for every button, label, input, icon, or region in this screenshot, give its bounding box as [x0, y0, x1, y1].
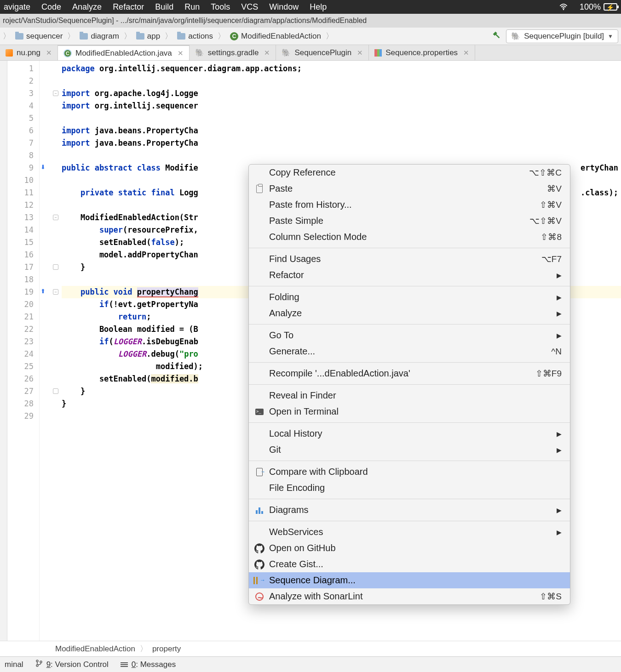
submenu-arrow-icon: ▶: [557, 430, 562, 438]
paste-icon: [254, 184, 264, 194]
context-menu-item[interactable]: Paste from History...⇧⌘V: [249, 197, 570, 213]
menu-item[interactable]: Help: [310, 2, 327, 12]
menu-item[interactable]: Refactor: [113, 2, 144, 12]
context-menu-item[interactable]: Analyze▶: [249, 305, 570, 321]
menu-label: Open on GitHub: [269, 543, 562, 553]
context-menu-item[interactable]: Refactor▶: [249, 267, 570, 283]
close-icon[interactable]: ✕: [463, 49, 469, 57]
close-icon[interactable]: ✕: [357, 49, 363, 57]
context-menu-item[interactable]: Local History▶: [249, 426, 570, 442]
context-menu-item[interactable]: Diagrams▶: [249, 502, 570, 518]
context-menu-item[interactable]: Compare with Clipboard: [249, 464, 570, 480]
folder-icon: [80, 33, 88, 40]
window-title: roject/VanStudio/SequencePlugin] - .../s…: [0, 14, 621, 28]
context-menu-item[interactable]: Copy Reference⌥⇧⌘C: [249, 165, 570, 181]
menu-item[interactable]: avigate: [4, 2, 30, 12]
shortcut: ⌥⇧⌘C: [529, 167, 562, 178]
context-menu-item[interactable]: Generate...^N: [249, 343, 570, 359]
editor-tab[interactable]: Sequence.properties✕: [369, 45, 475, 60]
tab-label: ModifiedEnabledAction.java: [75, 49, 172, 58]
menu-item[interactable]: Run: [184, 2, 200, 12]
menu-item[interactable]: VCS: [241, 2, 258, 12]
breadcrumb-folder[interactable]: diagram: [77, 31, 121, 42]
shortcut: ⌥⇧⌘V: [529, 216, 562, 226]
close-icon[interactable]: ✕: [264, 49, 270, 57]
menu-label: Paste Simple: [269, 216, 529, 226]
breadcrumb-class[interactable]: ModifiedEnabledAction: [55, 644, 135, 654]
menu-label: Copy Reference: [269, 167, 529, 178]
chevron-right-icon: 〉: [165, 31, 172, 41]
menu-item[interactable]: Analyze: [72, 2, 102, 12]
version-control-tool[interactable]: 9: Version Control: [35, 660, 109, 669]
menu-label: Refactor: [269, 270, 557, 280]
context-menu-item[interactable]: Git▶: [249, 442, 570, 458]
bottom-tool-bar: minal 9: Version Control 0: Messages: [0, 656, 621, 672]
menu-label: Compare with Clipboard: [269, 467, 562, 477]
sonar-icon: [254, 592, 264, 602]
close-icon[interactable]: ✕: [178, 49, 184, 57]
battery-status: 100% ⚡: [580, 2, 617, 12]
editor-context-menu: Copy Reference⌥⇧⌘CPaste⌘VPaste from Hist…: [248, 164, 570, 605]
context-menu-item[interactable]: Recompile '...dEnabledAction.java'⇧⌘F9: [249, 365, 570, 382]
breadcrumb-method[interactable]: property: [152, 644, 181, 654]
breadcrumb-folder[interactable]: app: [133, 31, 163, 42]
context-menu-item[interactable]: Open in Terminal: [249, 404, 570, 420]
fold-toggle[interactable]: −: [53, 289, 58, 295]
submenu-arrow-icon: ▶: [557, 507, 562, 514]
gh-icon: [254, 559, 264, 569]
fold-toggle[interactable]: [53, 264, 58, 270]
context-menu-item[interactable]: Find Usages⌥F7: [249, 251, 570, 267]
menu-item[interactable]: Code: [41, 2, 61, 12]
menu-separator: [249, 521, 570, 521]
context-menu-item[interactable]: Reveal in Finder: [249, 387, 570, 404]
context-menu-item[interactable]: Analyze with SonarLint⇧⌘S: [249, 588, 570, 604]
editor-tab[interactable]: CModifiedEnabledAction.java✕: [58, 45, 190, 60]
messages-icon: [121, 662, 128, 667]
editor-tab[interactable]: nu.png✕: [0, 45, 58, 60]
menu-label: Analyze with SonarLint: [269, 591, 540, 602]
svg-point-2: [36, 665, 38, 666]
shortcut: ⌥F7: [541, 254, 562, 264]
breadcrumb-folder[interactable]: actions: [174, 31, 216, 42]
menu-label: Folding: [269, 292, 557, 302]
menu-item[interactable]: Build: [155, 2, 173, 12]
fold-toggle[interactable]: −: [53, 91, 58, 96]
gh-icon: [254, 543, 264, 553]
fold-toggle[interactable]: −: [53, 215, 58, 220]
shortcut: ⇧⌘V: [540, 199, 562, 210]
context-menu-item[interactable]: Column Selection Mode⇧⌘8: [249, 229, 570, 245]
context-menu-item[interactable]: Open on GitHub: [249, 540, 570, 556]
terminal-tool[interactable]: minal: [5, 660, 23, 669]
context-menu-item[interactable]: WebServices▶: [249, 524, 570, 540]
override-up-icon[interactable]: ⬆: [40, 288, 46, 295]
editor-tab[interactable]: 🐘settings.gradle✕: [190, 45, 276, 60]
editor-tab[interactable]: 🐘SequencePlugin✕: [276, 45, 369, 60]
left-rail: [0, 61, 7, 641]
run-configuration-selector[interactable]: 🐘 SequencePlugin [build] ▼: [506, 29, 618, 43]
context-menu-item[interactable]: Create Gist...: [249, 556, 570, 572]
context-menu-item[interactable]: Sequence Diagram...: [249, 572, 570, 588]
context-menu-item[interactable]: File Encoding: [249, 480, 570, 496]
image-icon: [6, 49, 13, 57]
menu-item[interactable]: Window: [269, 2, 299, 12]
menu-label: Reveal in Finder: [269, 390, 562, 401]
submenu-arrow-icon: ▶: [557, 272, 562, 279]
mnemonic: 9: [46, 660, 51, 669]
close-icon[interactable]: ✕: [46, 49, 52, 57]
context-menu-item[interactable]: Paste⌘V: [249, 181, 570, 197]
menu-item[interactable]: Tools: [211, 2, 230, 12]
label: : Messages: [136, 660, 176, 669]
fold-gutter: −−−: [52, 61, 62, 641]
gradle-icon: 🐘: [195, 48, 204, 57]
context-menu-item[interactable]: Paste Simple⌥⇧⌘V: [249, 213, 570, 229]
fold-toggle[interactable]: [53, 388, 58, 394]
breadcrumb-class[interactable]: CModifiedEnabledAction: [227, 31, 324, 42]
messages-tool[interactable]: 0: Messages: [121, 660, 176, 669]
context-menu-item[interactable]: Go To▶: [249, 327, 570, 343]
menu-label: Sequence Diagram...: [269, 575, 562, 586]
build-icon[interactable]: [491, 30, 501, 42]
context-menu-item[interactable]: Folding▶: [249, 289, 570, 305]
run-config-label: SequencePlugin [build]: [524, 32, 604, 41]
breadcrumb-folder[interactable]: sequencer: [12, 31, 65, 42]
override-down-icon[interactable]: ⬇: [40, 164, 46, 171]
